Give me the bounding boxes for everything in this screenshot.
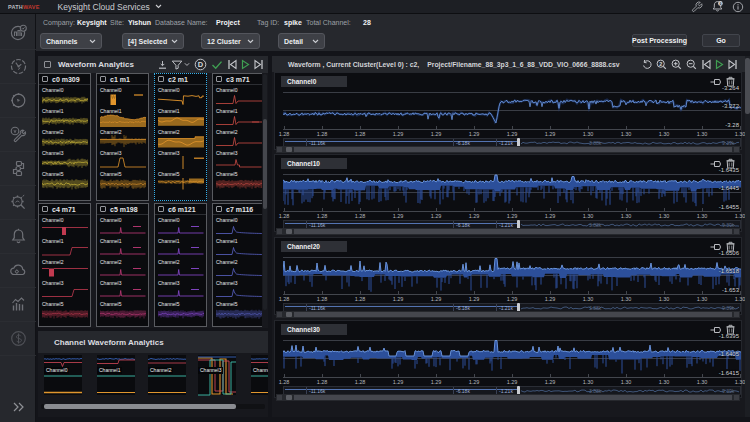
scroll-grip[interactable] xyxy=(286,395,292,400)
sidebar-expand-button[interactable] xyxy=(0,396,36,418)
play-icon[interactable] xyxy=(715,59,724,70)
strip-scrollbar[interactable] xyxy=(276,146,740,153)
scroll-left-arrow[interactable] xyxy=(277,229,282,234)
dropdown-channels[interactable]: Channels xyxy=(40,33,102,49)
cluster-card-c0[interactable]: c0 m309Channel0Channel1Channel2Channel3C… xyxy=(38,73,91,201)
scroll-right-arrow[interactable] xyxy=(734,147,739,152)
x-tick-label: 1.29 xyxy=(507,131,518,137)
scrollbar-thumb[interactable] xyxy=(294,147,732,152)
apply-check-icon[interactable] xyxy=(211,60,223,70)
post-processing-button[interactable]: Post Processing xyxy=(632,34,687,47)
dataset-d-icon[interactable]: D xyxy=(194,58,207,71)
cluster-checkbox[interactable] xyxy=(42,76,48,82)
waveform-analytics-panel: Waveform Analytics D c0 m309Channel0Chan… xyxy=(38,56,268,328)
cluster-channel-row: Channel5 xyxy=(100,301,145,320)
channel-thumbnail[interactable]: Channel5 xyxy=(251,355,268,395)
scroll-grip[interactable] xyxy=(286,147,292,152)
scroll-right-arrow[interactable] xyxy=(734,312,739,317)
x-tick-label: 1.30 xyxy=(659,379,670,385)
sidebar-item-statistics[interactable] xyxy=(0,288,36,322)
cluster-card-c3[interactable]: c3 m71Channel0Channel1Channel2Channel3Ch… xyxy=(212,73,262,201)
scroll-right-arrow[interactable] xyxy=(734,395,739,400)
skip-back-icon[interactable] xyxy=(227,59,237,70)
channel-thumbnail[interactable]: Channel0 xyxy=(44,355,82,395)
cluster-vertical-scrollbar[interactable] xyxy=(263,74,267,310)
cluster-card-c4[interactable]: c4 m71Channel0Channel1Channel2Channel3Ch… xyxy=(38,203,91,327)
skip-forward-icon[interactable] xyxy=(254,59,264,70)
scrollbar-thumb[interactable] xyxy=(294,229,732,234)
sidebar-item-notifications[interactable] xyxy=(0,220,36,254)
sidebar-item-billing[interactable] xyxy=(0,322,36,356)
cluster-id: c6 m121 xyxy=(168,206,196,213)
cluster-checkbox[interactable] xyxy=(216,76,222,82)
scroll-grip[interactable] xyxy=(286,229,292,234)
channel-thumbnail[interactable]: Channel3 xyxy=(198,355,236,395)
x-tick-label: 1.28 xyxy=(355,131,366,137)
strip-scrollbar[interactable] xyxy=(276,394,740,401)
x-tick-label: 1.30 xyxy=(697,379,708,385)
cluster-card-c6[interactable]: c6 m121Channel0Channel1Channel2Channel3C… xyxy=(154,203,207,327)
scroll-left-arrow[interactable] xyxy=(277,395,282,400)
cluster-checkbox[interactable] xyxy=(158,76,164,82)
dropdown--4-selected[interactable]: [4] Selected xyxy=(122,33,184,49)
channel-thumbnail[interactable]: Channel2 xyxy=(148,355,186,395)
dropdown-detail[interactable]: Detail xyxy=(278,33,325,49)
scroll-left-arrow[interactable] xyxy=(277,147,282,152)
cluster-checkbox[interactable] xyxy=(100,206,106,212)
cluster-card-c1[interactable]: c1 m1Channel0Channel1Channel2Channel3Cha… xyxy=(96,73,149,201)
cluster-checkbox[interactable] xyxy=(216,206,222,212)
cluster-checkbox[interactable] xyxy=(42,206,48,212)
skip-forward-icon[interactable] xyxy=(728,59,738,70)
dropdown-12-cluster[interactable]: 12 Cluster xyxy=(201,33,260,49)
x-tick-label: 1.30 xyxy=(621,296,632,302)
x-tick-label: 1.29 xyxy=(393,213,404,219)
cluster-checkbox[interactable] xyxy=(100,76,106,82)
undo-icon[interactable] xyxy=(642,59,652,69)
waveform-vertical-scrollbar[interactable] xyxy=(745,56,750,417)
scroll-grip[interactable] xyxy=(286,312,292,317)
channel-thumbnail[interactable]: Channel1 xyxy=(97,355,135,395)
cluster-checkbox[interactable] xyxy=(158,206,164,212)
notifications-bell-icon[interactable]: 0 xyxy=(711,0,724,13)
waveform-plot[interactable] xyxy=(283,174,741,211)
cluster-channel-row: Channel0 xyxy=(216,87,261,106)
play-icon[interactable] xyxy=(241,59,250,70)
scroll-right-arrow[interactable] xyxy=(734,229,739,234)
x-tick-label: 1.30 xyxy=(621,379,632,385)
sidebar-item-service-tools[interactable] xyxy=(0,118,36,152)
waveform-analytics-checkbox[interactable] xyxy=(44,61,51,68)
x-tick-label: 1.30 xyxy=(659,131,670,137)
waveform-plot[interactable] xyxy=(283,340,741,377)
cluster-id: c2 m1 xyxy=(168,76,188,83)
scrollbar-thumb[interactable] xyxy=(294,312,732,317)
go-button[interactable]: Go xyxy=(702,34,740,47)
zoom-2x-icon[interactable]: 2 xyxy=(656,59,667,70)
strip-scrollbar[interactable] xyxy=(276,228,740,235)
cluster-card-c7[interactable]: c7 m116Channel0Channel1Channel2Channel3C… xyxy=(212,203,262,327)
sidebar-item-gear-automation[interactable] xyxy=(0,84,36,118)
sidebar-item-analytics-globe[interactable] xyxy=(0,16,36,50)
filter-funnel-icon[interactable] xyxy=(171,59,190,71)
download-icon[interactable] xyxy=(158,60,167,70)
marker-pin-icon[interactable] xyxy=(710,78,721,86)
cluster-card-c2[interactable]: c2 m1Channel0Channel1Channel2Channel3Cha… xyxy=(154,73,207,201)
sidebar-item-flow-blocks[interactable] xyxy=(0,152,36,186)
waveform-plot[interactable] xyxy=(283,257,741,294)
sidebar-item-clock-meter[interactable] xyxy=(0,50,36,84)
x-tick-label: 1.29 xyxy=(507,213,518,219)
channel-horizontal-scrollbar[interactable] xyxy=(41,404,265,409)
sidebar-item-inspect-gear[interactable] xyxy=(0,186,36,220)
scroll-left-arrow[interactable] xyxy=(277,312,282,317)
wrench-icon[interactable] xyxy=(691,1,703,13)
cluster-id: c1 m1 xyxy=(110,76,130,83)
info-circle-icon[interactable] xyxy=(732,1,744,13)
cluster-card-c5[interactable]: c5 m198Channel0Channel1Channel2Channel3C… xyxy=(96,203,149,327)
waveform-plot[interactable] xyxy=(283,92,741,129)
sidebar-item-cloud-settings[interactable] xyxy=(0,254,36,288)
app-menu[interactable]: Keysight Cloud Services xyxy=(58,2,162,12)
skip-back-icon[interactable] xyxy=(701,59,711,70)
zoom-in-icon[interactable] xyxy=(671,59,682,70)
strip-scrollbar[interactable] xyxy=(276,311,740,318)
scrollbar-thumb[interactable] xyxy=(294,395,732,400)
zoom-out-icon[interactable] xyxy=(686,59,697,70)
